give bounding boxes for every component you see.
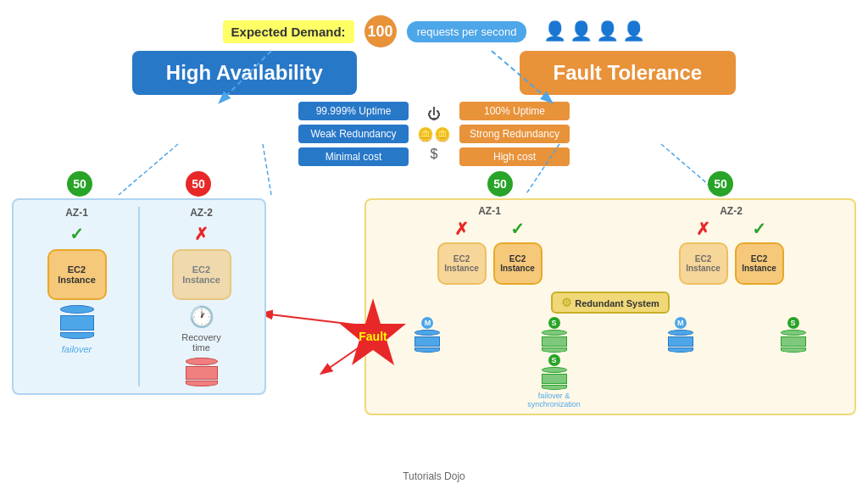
ft-az2-cross: ✗ — [696, 219, 710, 239]
db-sm-body-s2 — [542, 374, 567, 384]
db-sm-disk-s2 — [542, 367, 567, 373]
ha-az1-circle: 50 — [67, 171, 92, 197]
db-bottom-pink — [186, 381, 218, 386]
ft-az2b-check: ✓ — [752, 219, 766, 239]
user-icons: 👤 👤 👤 👤 — [543, 20, 645, 42]
db-master-1: M — [415, 317, 440, 353]
ft-az2b: ✓ EC2Instance — [735, 219, 784, 285]
db-body — [60, 315, 94, 331]
ha-redundancy-badge: Weak Redundancy — [298, 125, 409, 143]
redundant-system-label: Redundant System — [575, 298, 659, 308]
ha-az1-ec2: EC2Instance — [47, 249, 107, 300]
comparison-icons: ⏻ 🪙🪙 $ — [417, 107, 451, 162]
db-sm-disk-2 — [668, 330, 693, 336]
failover-sync-label: failover &synchronization — [527, 392, 581, 408]
ha-panel: AZ-1 ✓ EC2Instance failover AZ-2 ✗ — [12, 198, 266, 395]
coins-icon: 🪙🪙 — [417, 126, 451, 142]
db-sm-bottom-2 — [668, 347, 693, 353]
db-standby-3: S — [781, 317, 806, 353]
expected-demand-label: Expected Demand: — [223, 20, 354, 43]
db-sm-body-2 — [668, 336, 693, 347]
fault-star: Fault — [335, 297, 411, 376]
redundant-system-badge: ⚙ Redundant System — [551, 292, 670, 314]
m-label-2: M — [675, 317, 687, 329]
power-icon: ⏻ — [427, 107, 441, 122]
db-sm-disk-1 — [415, 330, 440, 336]
clock-icon: 🕐 — [189, 305, 214, 329]
ft-az2a: ✗ EC2Instance — [679, 219, 728, 285]
ft-az1-ec2a: EC2Instance — [437, 242, 487, 285]
ft-panel: AZ-1 ✗ EC2Instance ✓ EC2Instance — [364, 198, 856, 415]
ft-cost-badge: High cost — [459, 147, 570, 166]
demand-number: 100 — [364, 15, 397, 47]
ft-az1-cross: ✗ — [454, 219, 469, 239]
db-standby-1: S — [542, 317, 567, 353]
fault-star-svg — [335, 297, 411, 373]
headers-row: High Availability Fault Tolerance — [0, 51, 868, 95]
ft-header: Fault Tolerance — [520, 51, 737, 95]
ft-az2-ec2a: EC2Instance — [679, 242, 728, 285]
db-standby-2: S — [542, 354, 567, 390]
ft-az1-pair: ✗ EC2Instance ✓ EC2Instance — [437, 219, 542, 285]
ft-az1-ec2b: EC2Instance — [493, 242, 542, 285]
db-bottom — [60, 332, 94, 339]
ha-uptime-badge: 99.999% Uptime — [298, 102, 409, 120]
tutorials-dojo-label: Tutorials Dojo — [403, 470, 465, 482]
ft-az1-circle: 50 — [487, 171, 513, 197]
ha-az1-db — [60, 305, 94, 339]
ha-az2-circle: 50 — [186, 171, 211, 197]
top-section: Expected Demand: 100 requests per second… — [0, 0, 868, 47]
ft-az-row: AZ-1 ✗ EC2Instance ✓ EC2Instance — [371, 205, 849, 285]
fault-spacer — [273, 171, 358, 415]
db-sm-body-s1 — [542, 336, 567, 347]
ha-az2-ec2: EC2Instance — [172, 249, 231, 300]
user-icon-4: 👤 — [622, 20, 645, 42]
db-sm-bottom-s3 — [781, 347, 806, 353]
comparison-section: 99.999% Uptime Weak Redundancy Minimal c… — [0, 102, 868, 166]
comparison-right: 100% Uptime Strong Redundancy High cost — [459, 102, 570, 166]
ha-cost-badge: Minimal cost — [298, 147, 409, 166]
user-icon-3: 👤 — [596, 20, 619, 42]
ha-az1-label: AZ-1 — [65, 207, 88, 219]
comparison-left: 99.999% Uptime Weak Redundancy Minimal c… — [298, 102, 409, 166]
s-label-3: S — [787, 317, 799, 329]
s-label-2: S — [548, 354, 560, 366]
ha-az2: AZ-2 ✗ EC2Instance 🕐 Recoverytime — [145, 207, 258, 386]
db-sm-disk-s3 — [781, 330, 806, 336]
ft-az1b-check: ✓ — [510, 219, 525, 239]
m-label-1: M — [421, 317, 433, 329]
s-label-1: S — [548, 317, 560, 329]
ft-az1b: ✓ EC2Instance — [493, 219, 542, 285]
demand-text: requests per second — [407, 21, 527, 42]
db-sm-bottom-s2 — [542, 385, 567, 390]
ft-az2-circle: 50 — [708, 171, 733, 197]
failover-label: failover — [62, 344, 92, 354]
main-container: Expected Demand: 100 requests per second… — [0, 0, 868, 489]
dollar-icon: $ — [431, 147, 438, 162]
ft-az2-pair: ✗ EC2Instance ✓ EC2Instance — [679, 219, 784, 285]
ha-az2-db-pink — [186, 358, 218, 386]
db-sm-bottom-s1 — [542, 347, 567, 353]
ha-az1: AZ-1 ✓ EC2Instance failover — [20, 207, 133, 386]
db-body-pink — [186, 366, 218, 380]
svg-marker-11 — [340, 298, 406, 365]
ha-az2-label: AZ-2 — [190, 207, 213, 219]
user-icon-2: 👤 — [570, 20, 593, 42]
db-master-2: M — [668, 317, 693, 353]
gear-icon: ⚙ — [561, 296, 572, 309]
ha-divider — [138, 207, 140, 386]
db-disk — [60, 305, 94, 314]
ft-uptime-badge: 100% Uptime — [459, 102, 570, 120]
ft-az2-ec2b: EC2Instance — [735, 242, 784, 285]
user-icon-1: 👤 — [543, 20, 566, 42]
recovery-time-box: 🕐 Recoverytime — [181, 305, 220, 353]
ft-az2-label: AZ-2 — [720, 205, 743, 217]
recovery-label: Recoverytime — [181, 332, 220, 353]
db-sm-bottom-1 — [415, 347, 440, 353]
db-sm-body-s3 — [781, 336, 806, 347]
ft-az1-label: AZ-1 — [478, 205, 501, 217]
db-disk-pink — [186, 358, 218, 365]
ha-header: High Availability — [132, 51, 357, 95]
ft-az1a: ✗ EC2Instance — [437, 219, 487, 285]
db-row: M S S — [371, 317, 849, 408]
